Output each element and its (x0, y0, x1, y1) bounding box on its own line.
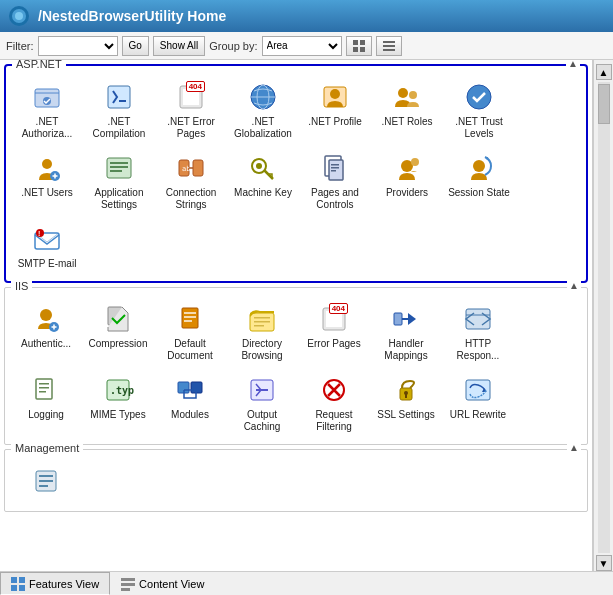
svg-rect-7 (383, 41, 395, 43)
aspnet-collapse[interactable]: ▲ (566, 60, 580, 69)
svg-point-18 (330, 89, 340, 99)
right-panel: ▲ ▼ (593, 60, 613, 571)
directory-browsing-item[interactable]: DirectoryBrowsing (227, 298, 297, 367)
net-users-label: .NET Users (21, 187, 73, 199)
svg-point-44 (40, 309, 52, 321)
url-rewrite-icon (462, 374, 494, 406)
features-view-icon (11, 577, 25, 591)
svg-rect-37 (331, 170, 336, 172)
ssl-settings-icon (390, 374, 422, 406)
scroll-down-button[interactable]: ▼ (596, 555, 612, 571)
main-area: ASP.NET ▲ .NETAuthoriza... (0, 60, 613, 571)
svg-rect-27 (110, 170, 122, 172)
show-all-button[interactable]: Show All (153, 36, 205, 56)
status-bar: Features View Content View (0, 571, 613, 595)
output-caching-icon (246, 374, 278, 406)
net-trust-levels-item[interactable]: .NET TrustLevels (444, 76, 514, 145)
output-caching-item[interactable]: OutputCaching (227, 369, 297, 438)
net-error-pages-label: .NET ErrorPages (167, 116, 215, 140)
machine-key-item[interactable]: Machine Key (228, 147, 298, 216)
net-profile-icon (319, 81, 351, 113)
filter-select[interactable] (38, 36, 118, 56)
scroll-up-button[interactable]: ▲ (596, 64, 612, 80)
svg-rect-5 (353, 47, 358, 52)
url-rewrite-item[interactable]: URL Rewrite (443, 369, 513, 438)
providers-label: Providers (386, 187, 428, 199)
scrollbar-thumb[interactable] (598, 84, 610, 124)
modules-item[interactable]: Modules (155, 369, 225, 438)
providers-item[interactable]: Providers (372, 147, 442, 216)
ssl-settings-item[interactable]: SSL Settings (371, 369, 441, 438)
group-by-label: Group by: (209, 40, 257, 52)
group-by-select[interactable]: Area (262, 36, 342, 56)
request-filtering-item[interactable]: RequestFiltering (299, 369, 369, 438)
machine-key-label: Machine Key (234, 187, 292, 199)
application-settings-icon (103, 152, 135, 184)
logging-label: Logging (28, 409, 64, 421)
providers-icon (391, 152, 423, 184)
smtp-email-item[interactable]: ! SMTP E-mail (12, 218, 82, 275)
svg-rect-74 (39, 475, 53, 477)
view-list-button[interactable] (376, 36, 402, 56)
error-pages-item[interactable]: 404 Error Pages (299, 298, 369, 367)
app-icon (8, 5, 30, 27)
net-globalization-item[interactable]: .NETGlobalization (228, 76, 298, 145)
features-view-tab[interactable]: Features View (0, 572, 110, 595)
svg-point-39 (411, 158, 419, 166)
pages-controls-item[interactable]: Pages andControls (300, 147, 370, 216)
compression-icon (102, 303, 134, 335)
connection-strings-icon: ab (175, 152, 207, 184)
default-document-label: DefaultDocument (167, 338, 213, 362)
pages-controls-label: Pages andControls (311, 187, 359, 211)
session-state-label: Session State (448, 187, 510, 199)
session-state-item[interactable]: Session State (444, 147, 514, 216)
application-settings-item[interactable]: ApplicationSettings (84, 147, 154, 216)
handler-mappings-item[interactable]: HandlerMappings (371, 298, 441, 367)
net-authorization-item[interactable]: .NETAuthoriza... (12, 76, 82, 145)
net-error-pages-item[interactable]: 404 .NET ErrorPages (156, 76, 226, 145)
net-roles-icon (391, 81, 423, 113)
svg-rect-59 (36, 379, 52, 399)
page-title: /NestedBrowserUtility Home (38, 8, 226, 24)
machine-key-icon (247, 152, 279, 184)
svg-point-19 (398, 88, 408, 98)
content-view-label: Content View (139, 578, 204, 590)
svg-rect-50 (184, 320, 192, 322)
content-panel[interactable]: ASP.NET ▲ .NETAuthoriza... (0, 60, 593, 571)
request-filtering-icon (318, 374, 350, 406)
svg-text:ab: ab (182, 165, 190, 173)
management-collapse[interactable]: ▲ (567, 442, 581, 453)
management-item-1[interactable] (11, 460, 81, 505)
svg-text:.type: .type (110, 385, 134, 396)
authentication-item[interactable]: Authentic... (11, 298, 81, 367)
output-caching-label: OutputCaching (244, 409, 281, 433)
net-roles-item[interactable]: .NET Roles (372, 76, 442, 145)
content-view-tab[interactable]: Content View (110, 572, 215, 595)
svg-rect-83 (121, 588, 130, 591)
net-compilation-label: .NETCompilation (93, 116, 146, 140)
net-users-item[interactable]: .NET Users (12, 147, 82, 216)
net-trust-levels-label: .NET TrustLevels (455, 116, 503, 140)
filter-label: Filter: (6, 40, 34, 52)
svg-rect-78 (19, 577, 25, 583)
http-response-label: HTTPRespon... (457, 338, 500, 362)
http-response-item[interactable]: HTTPRespon... (443, 298, 513, 367)
smtp-email-icon: ! (31, 223, 63, 255)
svg-rect-26 (110, 166, 128, 168)
svg-rect-82 (121, 583, 135, 586)
net-profile-item[interactable]: .NET Profile (300, 76, 370, 145)
go-button[interactable]: Go (122, 36, 149, 56)
net-users-icon (31, 152, 63, 184)
compression-item[interactable]: Compression (83, 298, 153, 367)
net-profile-label: .NET Profile (308, 116, 362, 128)
connection-strings-item[interactable]: ab ConnectionStrings (156, 147, 226, 216)
iis-collapse[interactable]: ▲ (567, 280, 581, 291)
content-view-icon (121, 577, 135, 591)
svg-rect-60 (39, 383, 49, 385)
mime-types-item[interactable]: .type MIME Types (83, 369, 153, 438)
view-icons-button[interactable] (346, 36, 372, 56)
scrollbar-track[interactable] (598, 82, 610, 553)
net-compilation-item[interactable]: .NETCompilation (84, 76, 154, 145)
logging-item[interactable]: Logging (11, 369, 81, 438)
default-document-item[interactable]: DefaultDocument (155, 298, 225, 367)
